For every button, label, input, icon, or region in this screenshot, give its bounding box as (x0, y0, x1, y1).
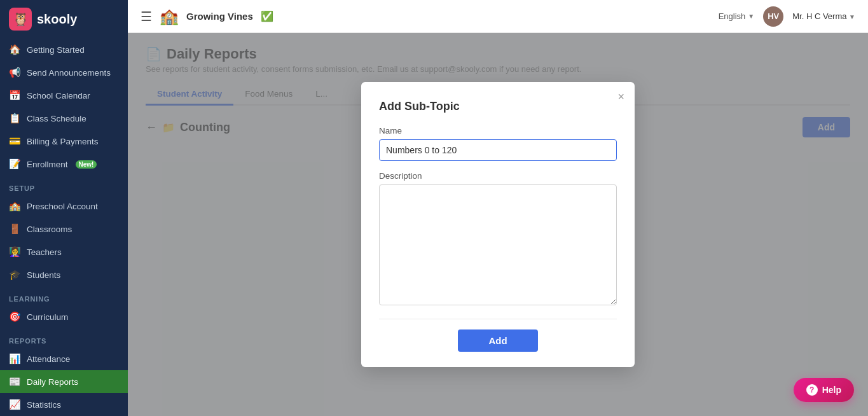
sidebar-label-billing-payments: Billing & Payments (27, 137, 99, 146)
classrooms-icon: 🚪 (9, 223, 20, 235)
sidebar-section-reports: 📊 Attendance 📰 Daily Reports 📈 Statistic… (0, 347, 128, 416)
sidebar-item-billing-payments[interactable]: 💳 Billing & Payments (0, 130, 128, 153)
daily-reports-icon: 📰 (9, 376, 20, 387)
description-label: Description (379, 171, 617, 181)
section-label-learning: LEARNING (0, 286, 128, 305)
statistics-icon: 📈 (9, 399, 20, 410)
attendance-icon: 📊 (9, 353, 20, 364)
sidebar-item-preschool-account[interactable]: 🏫 Preschool Account (0, 195, 128, 218)
announcement-icon: 📢 (9, 67, 20, 78)
name-label: Name (379, 126, 617, 135)
sidebar-section-top: 🏠 Getting Started 📢 Send Announcements 📅… (0, 38, 128, 176)
sidebar-section-setup: 🏫 Preschool Account 🚪 Classrooms 👩‍🏫 Tea… (0, 195, 128, 286)
name-input[interactable] (379, 139, 617, 161)
modal: Add Sub-Topic × Name Description Add (361, 82, 635, 367)
sidebar-item-classrooms[interactable]: 🚪 Classrooms (0, 218, 128, 240)
modal-add-button[interactable]: Add (458, 329, 537, 352)
sidebar-nav: 🏠 Getting Started 📢 Send Announcements 📅… (0, 38, 128, 416)
logo-owl-icon: 🦉 (9, 8, 32, 31)
sidebar-label-school-calendar: School Calendar (27, 91, 90, 101)
enrollment-icon: 📝 (9, 158, 20, 170)
billing-icon: 💳 (9, 135, 20, 147)
sidebar-label-class-schedule: Class Schedule (27, 114, 86, 123)
topbar-right: English ▼ HV Mr. H C Verma ▼ (719, 6, 855, 27)
sidebar-section-learning: 🎯 Curriculum (0, 305, 128, 328)
modal-title: Add Sub-Topic (379, 100, 617, 113)
modal-close-button[interactable]: × (617, 91, 624, 102)
main-content: ☰ 🏫 Growing Vines ✅ English ▼ HV Mr. H C… (128, 0, 868, 416)
sidebar-item-enrollment[interactable]: 📝 Enrollment New! (0, 153, 128, 176)
sidebar-label-curriculum: Curriculum (27, 312, 68, 322)
description-input[interactable] (379, 184, 617, 305)
help-label: Help (822, 385, 841, 395)
school-icon: 🏫 (160, 8, 179, 25)
sidebar-item-school-calendar[interactable]: 📅 School Calendar (0, 84, 128, 107)
verified-icon: ✅ (261, 10, 273, 22)
avatar: HV (763, 6, 783, 27)
language-dropdown-arrow: ▼ (748, 13, 754, 20)
sidebar-label-classrooms: Classrooms (27, 225, 72, 234)
language-selector[interactable]: English ▼ (719, 11, 755, 21)
sidebar-label-enrollment: Enrollment (27, 160, 68, 169)
sidebar-item-students[interactable]: 🎓 Students (0, 263, 128, 286)
modal-overlay[interactable]: Add Sub-Topic × Name Description Add (128, 33, 868, 416)
sidebar-item-send-announcements[interactable]: 📢 Send Announcements (0, 61, 128, 84)
sidebar-item-attendance[interactable]: 📊 Attendance (0, 347, 128, 370)
topbar: ☰ 🏫 Growing Vines ✅ English ▼ HV Mr. H C… (128, 0, 868, 33)
sidebar-label-preschool-account: Preschool Account (27, 202, 98, 211)
help-icon: ? (806, 384, 818, 396)
sidebar-label-attendance: Attendance (27, 354, 70, 364)
school-name: Growing Vines (186, 11, 253, 22)
page-content: 📄 Daily Reports See reports for student … (128, 33, 868, 416)
name-field-group: Name (379, 126, 617, 161)
preschool-icon: 🏫 (9, 200, 20, 212)
help-button[interactable]: ? Help (794, 378, 854, 402)
language-label: English (719, 11, 746, 21)
sidebar-item-teachers[interactable]: 👩‍🏫 Teachers (0, 240, 128, 263)
sidebar-item-class-schedule[interactable]: 📋 Class Schedule (0, 107, 128, 130)
user-dropdown-arrow: ▼ (849, 13, 855, 20)
schedule-icon: 📋 (9, 113, 20, 124)
sidebar-item-statistics[interactable]: 📈 Statistics (0, 393, 128, 416)
hamburger-icon[interactable]: ☰ (141, 9, 152, 24)
calendar-icon: 📅 (9, 90, 20, 101)
description-field-group: Description (379, 171, 617, 307)
home-icon: 🏠 (9, 44, 20, 55)
sidebar-item-daily-reports[interactable]: 📰 Daily Reports (0, 370, 128, 393)
sidebar: 🦉 skooly 🏠 Getting Started 📢 Send Announ… (0, 0, 128, 416)
modal-divider (379, 319, 617, 319)
section-label-reports: REPORTS (0, 328, 128, 347)
sidebar-label-statistics: Statistics (27, 400, 61, 410)
sidebar-logo: 🦉 skooly (0, 0, 128, 38)
sidebar-label-teachers: Teachers (27, 247, 62, 257)
new-badge: New! (76, 160, 97, 169)
curriculum-icon: 🎯 (9, 311, 20, 322)
sidebar-item-curriculum[interactable]: 🎯 Curriculum (0, 305, 128, 328)
sidebar-label-getting-started: Getting Started (27, 45, 85, 55)
user-name[interactable]: Mr. H C Verma ▼ (792, 11, 855, 21)
sidebar-label-students: Students (27, 270, 60, 280)
section-label-setup: SETUP (0, 176, 128, 195)
students-icon: 🎓 (9, 269, 20, 281)
logo-text: skooly (37, 12, 77, 27)
sidebar-label-send-announcements: Send Announcements (27, 68, 111, 78)
teachers-icon: 👩‍🏫 (9, 246, 20, 258)
modal-footer: Add (379, 329, 617, 352)
sidebar-label-daily-reports: Daily Reports (27, 377, 78, 387)
sidebar-item-getting-started[interactable]: 🏠 Getting Started (0, 38, 128, 61)
